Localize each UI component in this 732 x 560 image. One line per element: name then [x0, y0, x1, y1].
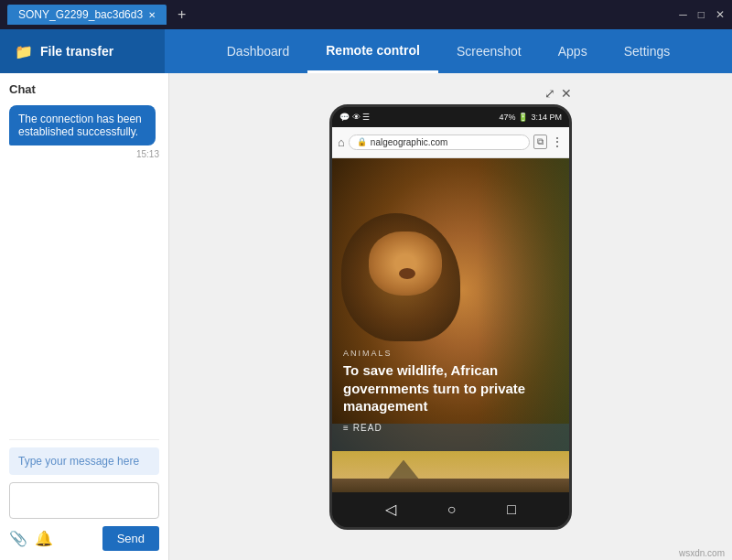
status-left: 💬 👁 ☰ — [339, 113, 370, 122]
chat-input-placeholder[interactable]: Type your message here — [9, 447, 159, 475]
watermark: wsxdn.com — [679, 548, 725, 558]
phone-hero-image: ANIMALS To save wildlife, African govern… — [332, 158, 569, 451]
battery-icon: 🔋 — [518, 113, 528, 122]
chat-actions: 📎 🔔 Send — [9, 526, 159, 551]
browser-url-text: nalgeographic.com — [371, 137, 448, 147]
thumbnail-sky — [332, 451, 569, 479]
browser-lock-icon: 🔒 — [357, 137, 367, 146]
phone-frame: 💬 👁 ☰ 47% 🔋 3:14 PM ⌂ 🔒 nalgeographic.co… — [329, 104, 572, 530]
phone-recents-button[interactable]: □ — [507, 501, 516, 518]
brand-label: File transfer — [40, 44, 113, 59]
status-icons: 💬 👁 ☰ — [339, 113, 370, 122]
phone-controls-top: ⤢ ✕ — [544, 86, 572, 101]
phone-status-bar: 💬 👁 ☰ 47% 🔋 3:14 PM — [332, 107, 569, 127]
nav-remote-control[interactable]: Remote control — [307, 29, 438, 73]
chat-input-area: Type your message here 📎 🔔 Send — [9, 439, 159, 551]
hero-text-overlay: ANIMALS To save wildlife, African govern… — [343, 349, 558, 433]
chat-time: 15:13 — [9, 149, 159, 159]
phone-back-button[interactable]: ◁ — [385, 501, 396, 518]
maximize-button[interactable]: □ — [698, 8, 705, 21]
tab-close-icon[interactable]: ✕ — [148, 10, 156, 20]
send-button[interactable]: Send — [102, 526, 159, 551]
nav-dashboard[interactable]: Dashboard — [209, 29, 308, 73]
attachment-icon[interactable]: 📎 — [9, 530, 27, 547]
hero-headline: To save wildlife, African governments tu… — [343, 361, 558, 415]
browser-home-icon[interactable]: ⌂ — [338, 135, 345, 149]
notification-icon[interactable]: 🔔 — [35, 530, 53, 547]
phone-home-button[interactable]: ○ — [447, 501, 457, 518]
chat-title: Chat — [9, 82, 159, 96]
new-tab-button[interactable]: + — [178, 6, 186, 23]
title-bar-left: SONY_G2299_bac3d6d3 ✕ + — [7, 5, 186, 25]
nav-bar: 📁 File transfer Dashboard Remote control… — [0, 29, 732, 73]
browser-menu-icon[interactable]: ⋮ — [551, 135, 564, 149]
nav-apps[interactable]: Apps — [540, 29, 606, 73]
status-right: 47% 🔋 3:14 PM — [499, 113, 562, 122]
phone-thumbnail — [332, 451, 569, 492]
phone-nav-bar: ◁ ○ □ — [332, 492, 569, 527]
phone-container: ⤢ ✕ 💬 👁 ☰ 47% 🔋 3:14 PM ⌂ — [329, 104, 572, 530]
hero-category: ANIMALS — [343, 349, 558, 358]
nav-screenshot[interactable]: Screenshot — [438, 29, 540, 73]
nav-brand: 📁 File transfer — [0, 29, 165, 73]
browser-tab[interactable]: SONY_G2299_bac3d6d3 ✕ — [7, 5, 167, 25]
read-menu-icon: ≡ — [343, 423, 350, 433]
lion-nose — [399, 268, 415, 279]
window-controls: ─ □ ✕ — [679, 8, 725, 21]
battery-level: 47% — [499, 113, 515, 122]
phone-area: ⤢ ✕ 💬 👁 ☰ 47% 🔋 3:14 PM ⌂ — [169, 73, 732, 560]
thumbnail-land — [332, 479, 569, 492]
phone-content: ANIMALS To save wildlife, African govern… — [332, 158, 569, 492]
main-content: Chat The connection has been established… — [0, 73, 732, 560]
expand-icon[interactable]: ⤢ — [544, 86, 555, 101]
brand-icon: 📁 — [15, 43, 33, 60]
title-bar: SONY_G2299_bac3d6d3 ✕ + ─ □ ✕ — [0, 0, 732, 29]
nav-links: Dashboard Remote control Screenshot Apps… — [165, 29, 732, 73]
phone-browser-bar: ⌂ 🔒 nalgeographic.com ⧉ ⋮ — [332, 127, 569, 158]
minimize-button[interactable]: ─ — [679, 8, 687, 21]
status-time: 3:14 PM — [531, 113, 562, 122]
close-button[interactable]: ✕ — [716, 8, 725, 21]
chat-message-text: The connection has been established succ… — [18, 113, 142, 138]
hero-read-button[interactable]: ≡ READ — [343, 423, 558, 433]
phone-close-icon[interactable]: ✕ — [561, 86, 572, 101]
chat-input-box[interactable] — [9, 482, 159, 519]
browser-tabs-icon[interactable]: ⧉ — [533, 135, 547, 149]
browser-url-bar[interactable]: 🔒 nalgeographic.com — [349, 135, 530, 150]
sidebar: Chat The connection has been established… — [0, 73, 169, 560]
read-label: READ — [353, 423, 382, 433]
tab-label: SONY_G2299_bac3d6d3 — [18, 8, 143, 21]
lion-face — [369, 232, 442, 296]
nav-settings[interactable]: Settings — [606, 29, 689, 73]
chat-messages: The connection has been established succ… — [9, 105, 159, 439]
chat-bubble: The connection has been established succ… — [9, 105, 156, 145]
